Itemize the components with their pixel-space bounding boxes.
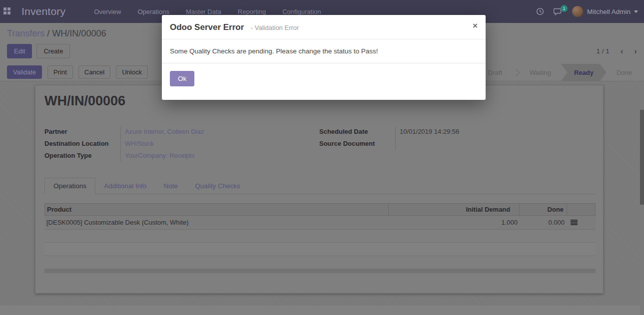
dialog-message: Some Quality Checks are pending. Please … bbox=[162, 39, 486, 63]
ok-button[interactable]: Ok bbox=[170, 71, 194, 86]
dialog-footer: Ok bbox=[162, 63, 486, 100]
error-dialog: Odoo Server Error - Validation Error × S… bbox=[162, 15, 486, 100]
dialog-title: Odoo Server Error bbox=[170, 22, 244, 32]
close-icon[interactable]: × bbox=[473, 21, 478, 30]
dialog-subtitle: - Validation Error bbox=[251, 24, 299, 31]
dialog-header: Odoo Server Error - Validation Error × bbox=[162, 15, 486, 39]
